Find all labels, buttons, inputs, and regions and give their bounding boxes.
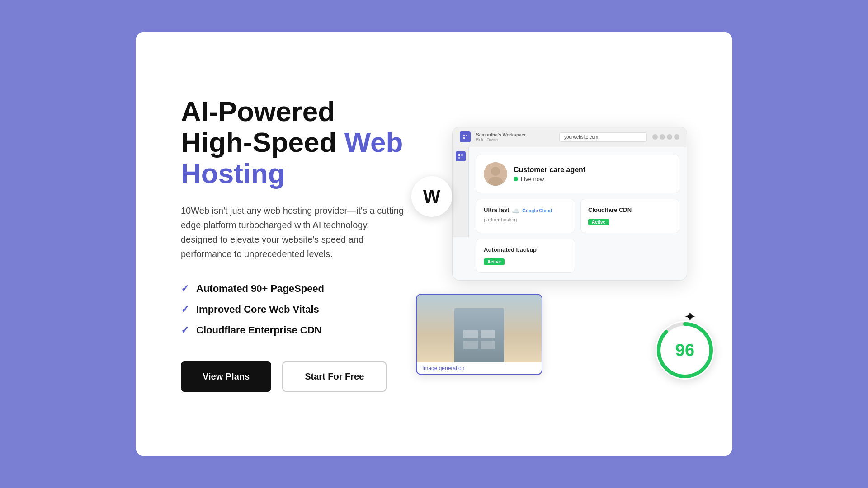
customer-care-card: Customer care agent Live now bbox=[476, 155, 679, 193]
dashboard-toolbar: Samantha's Workspace Role: Owner yourweb… bbox=[453, 127, 687, 147]
feature-item-3: ✓ Cloudflare Enterprise CDN bbox=[181, 324, 407, 336]
start-for-free-button[interactable]: Start For Free bbox=[282, 361, 387, 392]
agent-avatar bbox=[484, 162, 507, 186]
agent-info: Customer care agent Live now bbox=[514, 166, 585, 183]
svg-rect-1 bbox=[461, 154, 463, 156]
toolbar-info: Samantha's Workspace Role: Owner bbox=[476, 132, 554, 142]
svg-rect-2 bbox=[458, 157, 460, 159]
backup-status: Active bbox=[484, 258, 505, 265]
live-dot bbox=[514, 177, 518, 181]
description: 10Web isn't just any web hosting provide… bbox=[181, 203, 407, 261]
svg-point-4 bbox=[491, 167, 500, 176]
google-cloud-sub: partner hosting bbox=[484, 217, 567, 222]
view-plans-button[interactable]: View Plans bbox=[181, 361, 271, 392]
toolbar-logo bbox=[460, 131, 471, 142]
live-indicator: Live now bbox=[514, 176, 585, 183]
check-icon-2: ✓ bbox=[181, 304, 189, 315]
toolbar-workspace: Samantha's Workspace bbox=[476, 132, 554, 137]
dashboard-content: Customer care agent Live now Ultra fast … bbox=[469, 147, 687, 280]
headline: AI-Powered High-Speed Web Hosting bbox=[181, 96, 407, 189]
feature-label-3: Cloudflare Enterprise CDN bbox=[196, 324, 322, 336]
w-logo-bubble: W bbox=[411, 176, 452, 217]
button-row: View Plans Start For Free bbox=[181, 361, 407, 392]
feature-list: ✓ Automated 90+ PageSpeed ✓ Improved Cor… bbox=[181, 283, 407, 336]
check-icon-3: ✓ bbox=[181, 324, 189, 336]
cloudflare-title: Cloudflare CDN bbox=[588, 206, 672, 213]
dashboard-card: Samantha's Workspace Role: Owner yourweb… bbox=[452, 127, 687, 281]
score-number: 96 bbox=[675, 341, 694, 360]
toolbar-dots bbox=[652, 134, 679, 140]
toolbar-url: yourwebsite.com bbox=[559, 132, 647, 142]
google-cloud-card: Ultra fast ☁️ Google Cloud partner hosti… bbox=[476, 199, 575, 233]
image-gen-card: Image generation bbox=[416, 294, 542, 375]
live-label: Live now bbox=[521, 176, 544, 183]
image-gen-label: Image generation bbox=[417, 362, 542, 374]
toolbar-dot-1 bbox=[652, 134, 658, 140]
image-gen-preview bbox=[417, 295, 542, 362]
google-cloud-title: Ultra fast bbox=[484, 206, 509, 213]
cloudflare-card: Cloudflare CDN Active bbox=[580, 199, 679, 233]
score-circle-bg: 96 bbox=[656, 321, 714, 380]
feature-label-1: Automated 90+ PageSpeed bbox=[196, 283, 324, 295]
main-card: AI-Powered High-Speed Web Hosting 10Web … bbox=[136, 32, 732, 456]
cloudflare-status: Active bbox=[588, 219, 609, 225]
feature-label-2: Improved Core Web Vitals bbox=[196, 304, 319, 315]
toolbar-dot-2 bbox=[660, 134, 665, 140]
agent-name: Customer care agent bbox=[514, 166, 585, 174]
toolbar-dot-4 bbox=[674, 134, 679, 140]
check-icon-1: ✓ bbox=[181, 283, 189, 295]
backup-card: Automated backup Active bbox=[476, 239, 575, 273]
svg-rect-0 bbox=[458, 154, 460, 156]
dashboard-sidebar bbox=[453, 147, 469, 237]
feature-item-2: ✓ Improved Core Web Vitals bbox=[181, 304, 407, 315]
google-cloud-icon: ☁️ bbox=[512, 207, 519, 215]
score-circle-container: 96 bbox=[656, 321, 714, 380]
sidebar-icon-box bbox=[456, 151, 466, 161]
google-cloud-brand: Google Cloud bbox=[522, 208, 552, 213]
right-section: W Samantha's Workspace Role: Owner yourw… bbox=[434, 127, 687, 361]
left-section: AI-Powered High-Speed Web Hosting 10Web … bbox=[181, 96, 434, 392]
backup-title: Automated backup bbox=[484, 246, 567, 253]
toolbar-role: Role: Owner bbox=[476, 137, 554, 142]
toolbar-dot-3 bbox=[667, 134, 672, 140]
feature-item-1: ✓ Automated 90+ PageSpeed bbox=[181, 283, 407, 295]
headline-part1: AI-Powered High-Speed bbox=[181, 96, 344, 158]
